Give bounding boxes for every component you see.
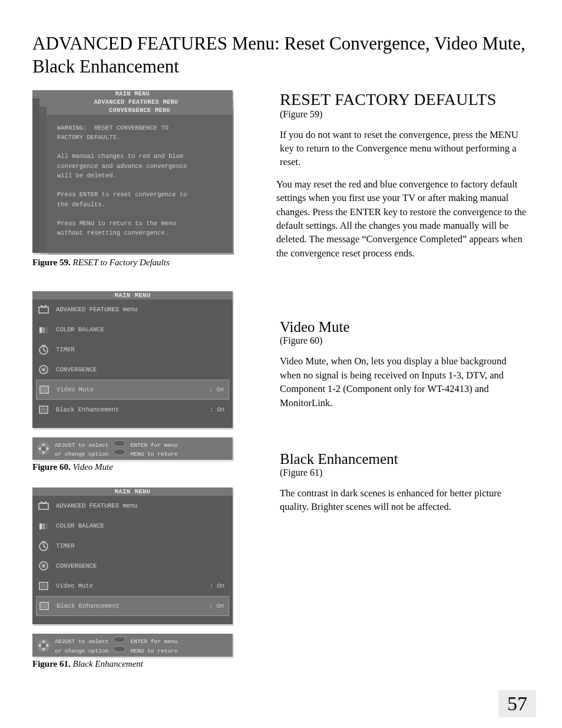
menu-subheader: ADVANCED FEATURES menu	[56, 306, 224, 313]
menu-row-label: Video Mute	[56, 582, 210, 589]
menu-row-value: : On	[209, 386, 224, 393]
section-figure-ref: (Figure 60)	[280, 335, 527, 346]
section-heading: RESET FACTORY DEFAULTS	[280, 90, 527, 109]
menu-row: CONVERGENCE	[32, 360, 233, 380]
paragraph: Video Mute, when On, lets you display a …	[280, 354, 527, 410]
caption-label: Figure 61.	[32, 659, 71, 668]
enter-button-icon	[113, 440, 126, 447]
menu-row-value: : On	[210, 406, 224, 413]
menu-row-icon	[37, 519, 50, 532]
menu-row-icon	[38, 383, 51, 396]
hint-text: ADJUST to select ENTER for menu or chang…	[55, 440, 177, 458]
menu-row-icon	[37, 539, 50, 552]
figure-61: MAIN MENU ADVANCED FEATURES menu COLOR B…	[32, 487, 250, 669]
menu-header: MAIN MENU	[32, 487, 233, 496]
menu-row: COLOR BALANCE	[32, 319, 233, 340]
caption-label: Figure 59.	[32, 258, 71, 267]
hint-text: ADJUST to select ENTER for menu or chang…	[55, 636, 177, 654]
fig61-menu: MAIN MENU ADVANCED FEATURES menu COLOR B…	[32, 487, 233, 624]
panel-body-text: WARNING: RESET CONVERGENCE TO FACTORY DE…	[57, 123, 222, 238]
paragraph: If you do not want to reset the converge…	[280, 128, 527, 169]
section-figure-ref: (Figure 61)	[280, 467, 527, 478]
hint-bar: ADJUST to select ENTER for menu or chang…	[32, 634, 233, 657]
dpad-icon	[36, 441, 51, 456]
enter-button-icon	[113, 636, 126, 643]
advanced-menu-icon	[37, 303, 50, 316]
panel-convergence: CONVERGENCE MENU WARNING: RESET CONVERGE…	[47, 107, 233, 253]
page-number: 57	[498, 690, 536, 717]
paragraph: You may reset the red and blue convergen…	[276, 177, 527, 261]
menu-row: CONVERGENCE	[32, 556, 233, 576]
menu-row-icon	[37, 403, 50, 416]
menu-row-label: CONVERGENCE	[56, 366, 224, 373]
menu-row-icon	[37, 559, 50, 572]
section-black-enhancement: Black Enhancement (Figure 61) The contra…	[280, 451, 527, 514]
right-column: RESET FACTORY DEFAULTS (Figure 59) If yo…	[280, 90, 527, 685]
menu-row-value: : On	[209, 602, 224, 610]
caption-text: RESET to Factory Defaults	[72, 258, 169, 267]
menu-row-label: COLOR BALANCE	[56, 522, 224, 529]
menu-subheader-row: ADVANCED FEATURES menu	[32, 299, 233, 319]
advanced-menu-icon	[37, 499, 50, 512]
paragraph: The contrast in dark scenes is enhanced …	[280, 486, 527, 514]
section-reset-defaults: RESET FACTORY DEFAULTS (Figure 59) If yo…	[280, 90, 527, 261]
fig59-screenshot: MAIN MENU ADVANCED FEATURES MENU CONVERG…	[32, 90, 233, 255]
menu-row-icon	[37, 579, 50, 592]
figure-59: MAIN MENU ADVANCED FEATURES MENU CONVERG…	[32, 90, 250, 268]
menu-subheader: ADVANCED FEATURES menu	[56, 502, 224, 509]
menu-row-label: Black Enhancement	[56, 406, 210, 413]
section-figure-ref: (Figure 59)	[280, 109, 527, 120]
section-heading: Video Mute	[280, 319, 527, 335]
menu-subheader-row: ADVANCED FEATURES menu	[32, 496, 233, 516]
figure-caption: Figure 61. Black Enhancement	[32, 659, 250, 669]
page-title: ADVANCED FEATURES Menu: Reset Convergenc…	[32, 32, 530, 78]
menu-row: Video Mute: On	[32, 576, 233, 596]
fig60-menu: MAIN MENU ADVANCED FEATURES menu COLOR B…	[32, 291, 233, 428]
menu-header: MAIN MENU	[32, 291, 233, 299]
figure-60: MAIN MENU ADVANCED FEATURES menu COLOR B…	[32, 291, 250, 473]
menu-row-icon	[37, 343, 50, 356]
content-columns: MAIN MENU ADVANCED FEATURES MENU CONVERG…	[32, 90, 530, 685]
panel-header: CONVERGENCE MENU	[47, 107, 233, 115]
menu-row-label: COLOR BALANCE	[56, 326, 224, 333]
menu-row-icon	[37, 363, 50, 376]
menu-row: Video Mute: On	[36, 380, 229, 400]
menu-row-icon	[37, 323, 50, 336]
menu-row-value: : On	[210, 582, 224, 589]
dpad-icon	[36, 638, 51, 653]
figure-caption: Figure 60. Video Mute	[32, 462, 250, 472]
section-video-mute: Video Mute (Figure 60) Video Mute, when …	[280, 319, 527, 410]
menu-row: Black Enhancement: On	[36, 596, 229, 616]
menu-row: Black Enhancement: On	[32, 400, 233, 420]
menu-button-icon	[113, 449, 126, 456]
menu-row-icon	[38, 599, 51, 612]
menu-row-label: TIMER	[56, 542, 224, 549]
menu-row: COLOR BALANCE	[32, 516, 233, 536]
panel-header: ADVANCED FEATURES MENU	[39, 98, 233, 107]
section-heading: Black Enhancement	[280, 451, 527, 467]
menu-row-label: TIMER	[56, 346, 224, 353]
menu-row: TIMER	[32, 536, 233, 556]
menu-row-label: CONVERGENCE	[56, 562, 224, 569]
menu-row: TIMER	[32, 340, 233, 360]
hint-bar: ADJUST to select ENTER for menu or chang…	[32, 437, 233, 460]
panel-header: MAIN MENU	[32, 90, 233, 98]
menu-button-icon	[113, 645, 126, 653]
figure-caption: Figure 59. RESET to Factory Defaults	[32, 258, 250, 268]
menu-row-label: Video Mute	[57, 386, 209, 393]
menu-row-label: Black Enhancement	[57, 602, 209, 610]
caption-text: Video Mute	[72, 462, 113, 472]
caption-label: Figure 60.	[32, 462, 71, 472]
left-column: MAIN MENU ADVANCED FEATURES MENU CONVERG…	[32, 90, 250, 685]
caption-text: Black Enhancement	[72, 659, 143, 668]
